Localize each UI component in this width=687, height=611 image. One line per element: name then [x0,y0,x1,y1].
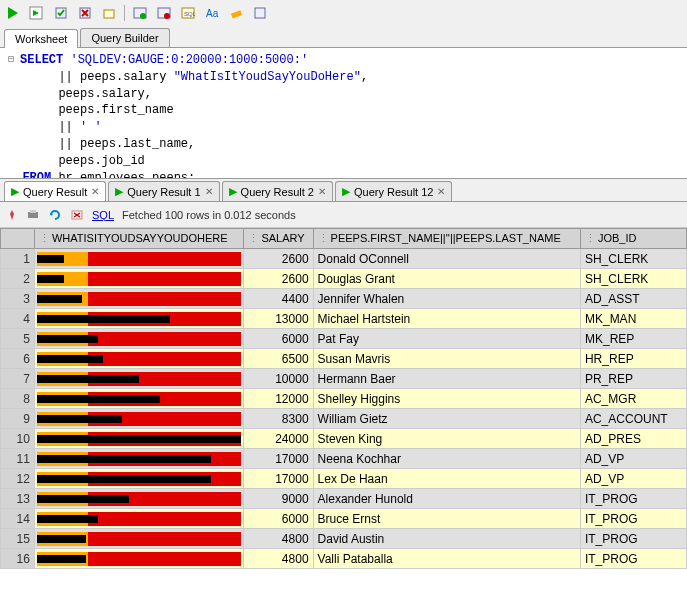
table-row[interactable]: 710000Hermann BaerPR_REP [1,369,687,389]
result-grid[interactable]: ⋮WHATISITYOUDSAYYOUDOHERE⋮SALARY⋮PEEPS.F… [0,228,687,611]
row-number: 6 [1,349,35,369]
gauge-cell [34,409,244,429]
svg-rect-14 [30,210,36,213]
history-icon[interactable] [251,4,269,22]
explain-icon[interactable] [131,4,149,22]
table-row[interactable]: 66500Susan MavrisHR_REP [1,349,687,369]
salary-cell: 13000 [244,309,313,329]
autotrace-icon[interactable] [155,4,173,22]
jobid-cell: IT_PROG [580,549,686,569]
table-row[interactable]: 34400Jennifer WhalenAD_ASST [1,289,687,309]
table-row[interactable]: 139000Alexander HunoldIT_PROG [1,489,687,509]
jobid-cell: AC_ACCOUNT [580,409,686,429]
gauge-cell [34,329,244,349]
gauge-cell [34,549,244,569]
gauge-cell [34,369,244,389]
jobid-cell: AC_MGR [580,389,686,409]
column-header[interactable]: ⋮PEEPS.FIRST_NAME||''||PEEPS.LAST_NAME [313,229,580,249]
sql-icon[interactable]: SQL [179,4,197,22]
column-header[interactable] [1,229,35,249]
svg-text:SQL: SQL [184,11,195,17]
close-icon[interactable]: ✕ [205,186,213,197]
name-cell: Neena Kochhar [313,449,580,469]
jobid-cell: AD_VP [580,449,686,469]
table-row[interactable]: 98300William GietzAC_ACCOUNT [1,409,687,429]
tab-worksheet[interactable]: Worksheet [4,29,78,48]
table-row[interactable]: 56000Pat FayMK_REP [1,329,687,349]
name-cell: William Gietz [313,409,580,429]
jobid-cell: SH_CLERK [580,249,686,269]
table-row[interactable]: 1117000Neena KochharAD_VP [1,449,687,469]
result-tab-2[interactable]: ▶Query Result 2✕ [222,181,333,201]
jobid-cell: PR_REP [580,369,686,389]
name-cell: Jennifer Whalen [313,289,580,309]
close-icon[interactable]: ✕ [437,186,445,197]
jobid-cell: IT_PROG [580,509,686,529]
close-icon[interactable]: ✕ [91,186,99,197]
print-icon[interactable] [26,209,40,221]
jobid-cell: AD_VP [580,469,686,489]
row-number: 2 [1,269,35,289]
table-row[interactable]: 146000Bruce ErnstIT_PROG [1,509,687,529]
table-row[interactable]: 12600Donald OConnellSH_CLERK [1,249,687,269]
svg-rect-11 [231,10,242,18]
gauge-cell [34,269,244,289]
row-number: 9 [1,409,35,429]
result-tab-0[interactable]: ▶Query Result✕ [4,181,106,201]
table-row[interactable]: 1024000Steven KingAD_PRES [1,429,687,449]
row-number: 7 [1,369,35,389]
rollback-icon[interactable] [76,4,94,22]
gauge-cell [34,389,244,409]
result-toolbar: SQL Fetched 100 rows in 0.012 seconds [0,202,687,228]
table-row[interactable]: 1217000Lex De HaanAD_VP [1,469,687,489]
salary-cell: 17000 [244,469,313,489]
salary-cell: 6000 [244,329,313,349]
status-text: Fetched 100 rows in 0.012 seconds [122,209,296,221]
name-cell: Douglas Grant [313,269,580,289]
name-cell: Shelley Higgins [313,389,580,409]
clear-icon[interactable] [227,4,245,22]
result-tab-12[interactable]: ▶Query Result 12✕ [335,181,452,201]
gauge-cell [34,429,244,449]
search-icon[interactable]: Aa [203,4,221,22]
commit-icon[interactable] [52,4,70,22]
tuning-icon[interactable] [100,4,118,22]
sql-link[interactable]: SQL [92,209,114,221]
jobid-cell: MK_REP [580,329,686,349]
table-row[interactable]: 812000Shelley HigginsAC_MGR [1,389,687,409]
gauge-cell [34,489,244,509]
pin-icon[interactable] [6,209,18,221]
play-icon: ▶ [115,185,123,198]
table-row[interactable]: 164800Valli PataballaIT_PROG [1,549,687,569]
close-icon[interactable]: ✕ [318,186,326,197]
column-header[interactable]: ⋮SALARY [244,229,313,249]
result-tabs: ▶Query Result✕ ▶Query Result 1✕ ▶Query R… [0,178,687,202]
tab-query-builder[interactable]: Query Builder [80,28,169,47]
table-row[interactable]: 413000Michael HartsteinMK_MAN [1,309,687,329]
salary-cell: 6000 [244,509,313,529]
table-row[interactable]: 22600Douglas GrantSH_CLERK [1,269,687,289]
name-cell: Donald OConnell [313,249,580,269]
gauge-cell [34,249,244,269]
svg-rect-3 [104,10,114,18]
jobid-cell: MK_MAN [580,309,686,329]
run-script-icon[interactable] [28,4,46,22]
sql-editor[interactable]: ⊟ SELECT 'SQLDEV:GAUGE:0:20000:1000:5000… [0,48,687,178]
refresh-icon[interactable] [48,208,62,222]
result-tab-1[interactable]: ▶Query Result 1✕ [108,181,219,201]
jobid-cell: HR_REP [580,349,686,369]
row-number: 15 [1,529,35,549]
salary-cell: 8300 [244,409,313,429]
gauge-cell [34,309,244,329]
run-icon[interactable] [4,4,22,22]
name-cell: Alexander Hunold [313,489,580,509]
name-cell: Bruce Ernst [313,509,580,529]
column-header[interactable]: ⋮WHATISITYOUDSAYYOUDOHERE [34,229,244,249]
table-row[interactable]: 154800David AustinIT_PROG [1,529,687,549]
column-header[interactable]: ⋮JOB_ID [580,229,686,249]
salary-cell: 2600 [244,269,313,289]
delete-icon[interactable] [70,209,84,221]
svg-point-5 [140,13,146,19]
gauge-cell [34,469,244,489]
name-cell: Hermann Baer [313,369,580,389]
